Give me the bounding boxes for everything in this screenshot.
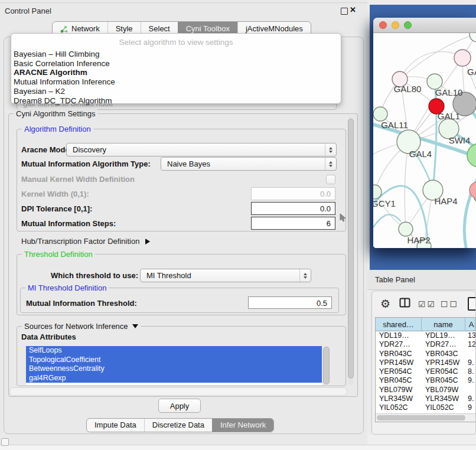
- cell: YDR27…: [422, 340, 465, 349]
- cell: YBL079W: [422, 386, 465, 394]
- network-window: GAL GAL80 GAL10 GAL1 GAL11 SWI4 GAL4 GCY…: [373, 18, 476, 248]
- settings-hscrollbar[interactable]: [9, 387, 347, 396]
- list-item[interactable]: BetweennessCentrality: [26, 364, 322, 374]
- zoom-traffic-light[interactable]: [404, 21, 412, 29]
- table-row[interactable]: YLR345WYLR345W9.: [376, 394, 475, 403]
- which-threshold-label: Which threshold to use:: [51, 271, 138, 280]
- mi-algorithm-type-select[interactable]: Naive Bayes: [161, 157, 337, 171]
- cell: YDL19…: [376, 331, 422, 340]
- dpi-tolerance-field[interactable]: 0.0: [251, 202, 335, 215]
- node-gal11[interactable]: [373, 107, 387, 121]
- node-partial-top[interactable]: [470, 33, 476, 42]
- kernel-width-field[interactable]: 0.0: [251, 187, 335, 200]
- network-icon: [60, 25, 68, 33]
- checked-boxes-icon[interactable]: ☑☑: [418, 299, 436, 309]
- mouse-cursor: [340, 213, 347, 225]
- algorithm-dropdown: Select algorithm to view settings Bayesi…: [11, 33, 341, 104]
- cell: [465, 386, 475, 394]
- close-icon[interactable]: ✕: [350, 5, 356, 14]
- close-traffic-light[interactable]: [379, 21, 387, 29]
- table-panel-title: Table Panel: [375, 275, 415, 284]
- sources-group-title[interactable]: Sources for Network Inference: [22, 322, 141, 331]
- node-label: SWI4: [449, 135, 471, 145]
- tab-discretize-data[interactable]: Discretize Data: [144, 419, 212, 432]
- cell: YLR345W: [376, 394, 422, 403]
- algorithm-option[interactable]: Basic Correlation Inference: [14, 59, 338, 69]
- mi-threshold-field[interactable]: 0.5: [248, 296, 332, 309]
- settings-scrollbar-thumb[interactable]: [348, 119, 354, 379]
- float-window-icon[interactable]: [341, 8, 348, 15]
- table-hscrollbar[interactable]: [376, 413, 475, 422]
- control-panel-title: Control Panel: [5, 6, 51, 15]
- cell: YER054C: [376, 367, 422, 376]
- cell: 9.: [465, 376, 475, 385]
- algorithm-option-selected[interactable]: ARACNE Algorithm: [14, 68, 338, 77]
- gear-icon[interactable]: ⚙: [380, 297, 390, 311]
- node-label: GAL80: [394, 84, 422, 94]
- tab-impute-data[interactable]: Impute Data: [87, 419, 144, 432]
- node-hap2[interactable]: [399, 222, 413, 236]
- table-row[interactable]: YDL19…YDL19…13: [376, 331, 475, 340]
- manual-kernel-width-checkbox[interactable]: [326, 175, 335, 184]
- algorithm-option[interactable]: Dream8 DC_TDC Algorithm: [14, 96, 338, 106]
- table-row[interactable]: YPR145WYPR145W9.: [376, 358, 475, 367]
- node-table: shared… name A YDL19…YDL19…13 YDR27…YDR2…: [375, 317, 476, 422]
- data-attributes-list[interactable]: SelfLoops TopologicalCoefficient Between…: [26, 346, 322, 385]
- node-bright-green[interactable]: [467, 144, 476, 167]
- spinner-arrows-icon: [325, 144, 336, 156]
- apply-button[interactable]: Apply: [158, 399, 201, 413]
- aracne-mode-select[interactable]: Discovery: [66, 143, 337, 156]
- table-row[interactable]: YBR043CYBR043C: [376, 350, 475, 358]
- node-label: GAL10: [435, 87, 463, 97]
- table-hscrollbar-thumb[interactable]: [377, 415, 465, 420]
- unchecked-boxes-icon[interactable]: ☐☐: [441, 299, 459, 309]
- right-lower-bg: [367, 435, 476, 445]
- list-item[interactable]: TopologicalCoefficient: [26, 356, 322, 365]
- dpi-tolerance-label: DPI Tolerance [0,1]:: [21, 204, 92, 213]
- node-label: GAL1: [438, 111, 460, 121]
- hub-definition-toggle[interactable]: Hub/Transcription Factor Definition: [21, 237, 150, 246]
- table-row[interactable]: YBL079WYBL079W: [376, 386, 475, 394]
- algorithm-option[interactable]: Mutual Information Inference: [14, 77, 338, 87]
- network-graph[interactable]: GAL GAL80 GAL10 GAL1 GAL11 SWI4 GAL4 GCY…: [373, 33, 476, 248]
- tab-infer-network[interactable]: Infer Network: [212, 419, 273, 432]
- algorithm-option[interactable]: Bayesian – K2: [14, 87, 338, 96]
- header-shared-name[interactable]: shared…: [376, 318, 422, 331]
- cell: [465, 350, 475, 358]
- mi-threshold-group-title: MI Threshold Definition: [25, 283, 109, 292]
- header-clipped[interactable]: A: [465, 318, 475, 331]
- node-label: HAP4: [434, 196, 457, 206]
- table-row[interactable]: YIL052CYIL052C9: [376, 403, 475, 412]
- list-item[interactable]: SelfLoops: [26, 346, 322, 356]
- spinner-arrows-icon: [299, 269, 311, 282]
- list-item[interactable]: gal4RGexp: [26, 374, 322, 383]
- mi-steps-field[interactable]: 6: [251, 217, 335, 230]
- threshold-definition-title: Threshold Definition: [22, 250, 95, 259]
- network-canvas[interactable]: GAL GAL80 GAL10 GAL1 GAL11 SWI4 GAL4 GCY…: [373, 33, 476, 248]
- document-icon[interactable]: [468, 297, 476, 311]
- cell: YPR145W: [376, 358, 422, 367]
- node-label: GAL11: [381, 120, 408, 130]
- header-name[interactable]: name: [422, 318, 465, 331]
- node-gal-partial[interactable]: [454, 50, 471, 66]
- manual-kernel-width-label: Manual Kernel Width Definition: [21, 175, 135, 184]
- table-row[interactable]: YER054CYER054C8.: [376, 367, 475, 376]
- kernel-width-label: Kernel Width (0,1):: [21, 190, 89, 198]
- columns-icon[interactable]: [399, 298, 410, 310]
- cell: 9.: [465, 358, 475, 367]
- attributes-scrollbar-thumb[interactable]: [323, 347, 330, 384]
- network-window-titlebar[interactable]: [373, 18, 476, 33]
- cell: YIL052C: [422, 403, 465, 412]
- settings-scrollbar-track[interactable]: [348, 116, 354, 385]
- corner-panel-icon[interactable]: [1, 438, 9, 446]
- which-threshold-select[interactable]: MI Threshold: [140, 269, 311, 282]
- minimize-traffic-light[interactable]: [392, 21, 399, 29]
- table-row[interactable]: YDR27…YDR27…12: [376, 340, 475, 349]
- app-root: Control Panel ✕ Network Style Select Cyn…: [0, 0, 476, 450]
- cell: 8.: [465, 367, 475, 376]
- cell: 12: [465, 340, 475, 349]
- cell: YBR043C: [422, 350, 465, 358]
- dropdown-placeholder: Select algorithm to view settings: [11, 38, 341, 47]
- table-row[interactable]: YBR045CYBR045C9.: [376, 376, 475, 385]
- algorithm-option[interactable]: Bayesian – Hill Climbing: [14, 50, 338, 59]
